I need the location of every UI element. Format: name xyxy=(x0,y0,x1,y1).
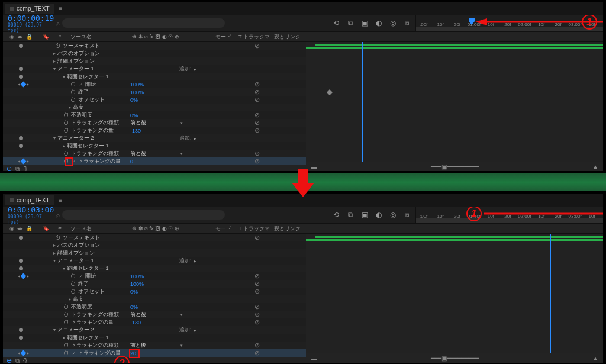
tab-comp[interactable]: comp_TEXT xyxy=(5,195,54,205)
stopwatch-icon[interactable]: ⏱ xyxy=(55,43,61,49)
value-offset[interactable]: 0% xyxy=(130,97,138,103)
link-icon[interactable]: ⊘ xyxy=(254,119,260,127)
stopwatch-icon[interactable]: ⏱ xyxy=(70,89,76,95)
toggle-switches-icon[interactable]: ⊕ xyxy=(7,357,12,363)
shy-icon[interactable]: ⟲ xyxy=(331,18,341,28)
stopwatch-icon[interactable]: ⏱ xyxy=(63,319,69,326)
row-track-amount-2[interactable]: ◂▸ ⏱⟋ トラッキングの量 20 ⊘ xyxy=(3,349,306,357)
link-icon[interactable]: ⊘ xyxy=(254,349,260,357)
cti-line[interactable] xyxy=(362,42,363,171)
add-button[interactable]: 追加:▸ xyxy=(179,134,196,142)
zoom-slider[interactable]: ━━━▣━━━━━━━━━ xyxy=(431,163,479,170)
stopwatch-icon[interactable]: ⏱ xyxy=(63,112,69,118)
row-track-type[interactable]: ⏱トラッキングの種類前と後▾⊘ xyxy=(3,311,306,318)
value-end[interactable]: 100% xyxy=(130,89,144,95)
link-icon[interactable]: ⊘ xyxy=(254,272,260,280)
row-track-type-2[interactable]: ⏱トラッキングの種類前と後▾⊘ xyxy=(3,150,306,157)
stopwatch-icon[interactable]: ⏱ xyxy=(63,342,69,349)
link-icon[interactable]: ⊘ xyxy=(254,311,260,318)
row-animator-2[interactable]: ▾アニメーター 2追加:▸ xyxy=(3,326,306,334)
link-icon[interactable]: ⊘ xyxy=(254,318,260,326)
row-track-amount[interactable]: ⏱トラッキングの量-130⊘ xyxy=(3,127,306,134)
row-path-options[interactable]: ▸パスのオプション xyxy=(3,241,306,249)
timeline-body[interactable]: ▬ ━━━▣━━━━━━━━━ ▲ xyxy=(306,234,603,363)
row-track-amount-2[interactable]: ◂▸ ⏱ ⟋ トラッキングの量 0 ⊘ xyxy=(3,157,306,165)
value-trackamt[interactable]: -130 xyxy=(130,128,141,134)
row-offset[interactable]: ⏱オフセット0%⊘ xyxy=(3,96,306,104)
row-path-options[interactable]: ▸パスのオプション xyxy=(3,50,306,57)
dropdown-icon[interactable]: ▾ xyxy=(180,152,183,156)
cti-line[interactable] xyxy=(550,234,551,363)
link-icon[interactable]: ⊘ xyxy=(254,80,260,88)
row-track-type-2[interactable]: ⏱トラッキングの種類前と後▾⊘ xyxy=(3,342,306,349)
row-advanced[interactable]: ▸高度 xyxy=(3,104,306,111)
toggle-transfer-icon[interactable]: ⧉ xyxy=(15,166,20,172)
add-button[interactable]: 追加:▸ xyxy=(179,326,196,334)
value-trackamt2[interactable]: 20 xyxy=(130,350,136,356)
row-end[interactable]: ⏱終了100%⊘ xyxy=(3,88,306,96)
value-opacity[interactable]: 0% xyxy=(130,112,138,118)
stopwatch-icon[interactable]: ⏱ xyxy=(70,81,76,88)
link-icon[interactable]: ⊘ xyxy=(254,303,260,311)
graph-icon[interactable]: ◎ xyxy=(388,18,398,28)
timeline-body[interactable]: ▬ ━━━▣━━━━━━━━━ ▲ xyxy=(306,42,603,171)
row-offset[interactable]: ⏱オフセット0%⊘ xyxy=(3,288,306,295)
stopwatch-icon[interactable]: ⏱ xyxy=(63,127,69,134)
render-icon[interactable]: ⧈ xyxy=(402,18,412,28)
dropdown-icon[interactable]: ▾ xyxy=(180,121,183,125)
time-ruler[interactable]: :00f 10f 20f 01:00f 10f 20f 02:00f 10f 2… xyxy=(416,15,603,31)
keyframe-nav-icon[interactable] xyxy=(21,350,27,356)
stopwatch-icon[interactable]: ⏱ xyxy=(63,158,69,165)
tab-menu-icon[interactable]: ≡ xyxy=(57,5,65,12)
row-range-selector-1[interactable]: ▾範囲セレクター 1 xyxy=(3,73,306,80)
value-start[interactable]: 100% xyxy=(130,82,144,88)
keyframe-nav-icon[interactable] xyxy=(21,273,27,279)
hideshy-icon[interactable]: ⧉ xyxy=(346,210,355,220)
link-icon[interactable]: ⊘ xyxy=(254,150,260,157)
framemix-icon[interactable]: ▣ xyxy=(360,18,369,28)
dropdown-icon[interactable]: ▾ xyxy=(180,313,183,317)
zoom-in-icon[interactable]: ▲ xyxy=(592,163,598,170)
zoom-slider[interactable]: ━━━▣━━━━━━━━━ xyxy=(431,355,479,362)
row-animator-2[interactable]: ▾アニメーター 2追加:▸ xyxy=(3,134,306,142)
stopwatch-icon[interactable]: ⏱ xyxy=(70,96,76,103)
value-trackamt2[interactable]: 0 xyxy=(130,159,133,165)
tab-menu-icon[interactable]: ≡ xyxy=(57,197,65,204)
link-icon[interactable]: ⊘ xyxy=(254,280,260,288)
row-start[interactable]: ◂▸⏱⟋ 開始100%⊘ xyxy=(3,272,306,280)
row-end[interactable]: ⏱終了100%⊘ xyxy=(3,280,306,288)
row-advanced[interactable]: ▸高度 xyxy=(3,295,306,303)
cti-head-icon[interactable] xyxy=(468,17,475,24)
value-tracktype2[interactable]: 前と後 xyxy=(130,150,146,157)
frame-blend-icon[interactable]: {} xyxy=(23,166,27,171)
row-range-selector-2[interactable]: ▸範囲セレクター 1 xyxy=(3,334,306,342)
row-source-text[interactable]: ⏱ソーステキスト⊘ xyxy=(3,42,306,50)
hideshy-icon[interactable]: ⧉ xyxy=(346,18,355,28)
stopwatch-icon[interactable]: ⏱ xyxy=(63,120,69,126)
stopwatch-icon[interactable]: ⏱ xyxy=(70,288,76,295)
row-start[interactable]: ◂▸⏱⟋ 開始100%⊘ xyxy=(3,80,306,88)
keyframe-icon[interactable] xyxy=(327,89,333,95)
link-icon[interactable]: ⊘ xyxy=(254,157,260,165)
row-range-selector-1[interactable]: ▾範囲セレクター 1 xyxy=(3,265,306,272)
row-opacity[interactable]: ⏱不透明度0%⊘ xyxy=(3,303,306,311)
timeline-scrollbar[interactable]: ▬ ━━━▣━━━━━━━━━ ▲ xyxy=(306,162,603,171)
link-icon[interactable]: ⊘ xyxy=(254,111,260,119)
shy-icon[interactable]: ⟲ xyxy=(331,210,341,220)
link-icon[interactable]: ⊘ xyxy=(254,234,260,241)
row-more-options[interactable]: ▸詳細オプション xyxy=(3,249,306,257)
timeline-scrollbar[interactable]: ▬ ━━━▣━━━━━━━━━ ▲ xyxy=(306,353,603,363)
toggle-switches-icon[interactable]: ⊕ xyxy=(7,165,12,171)
link-icon[interactable]: ⊘ xyxy=(254,42,260,50)
add-button[interactable]: 追加:▸ xyxy=(179,65,196,73)
zoom-in-icon[interactable]: ▲ xyxy=(592,355,598,362)
link-icon[interactable]: ⊘ xyxy=(254,288,260,295)
value-tracktype[interactable]: 前と後 xyxy=(130,119,146,127)
stopwatch-icon[interactable]: ⏱ xyxy=(63,350,69,356)
timecode-block[interactable]: 0:00:03:00 00090 (29.97 fps) xyxy=(3,207,53,223)
toggle-transfer-icon[interactable]: ⧉ xyxy=(15,357,20,363)
search-input[interactable] xyxy=(62,18,225,28)
stopwatch-icon[interactable]: ⏱ xyxy=(55,234,61,241)
stopwatch-icon[interactable]: ⏱ xyxy=(63,150,69,157)
stopwatch-icon[interactable]: ⏱ xyxy=(70,281,76,287)
